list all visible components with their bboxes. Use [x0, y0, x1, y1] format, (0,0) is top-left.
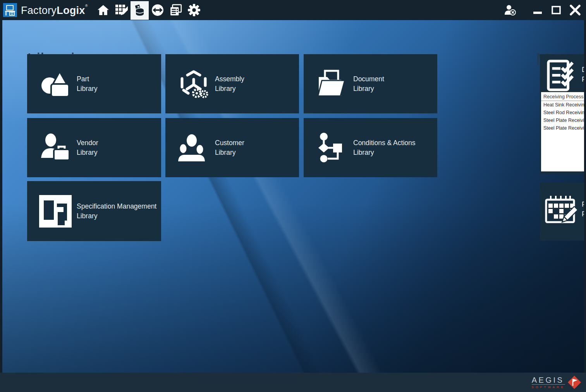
settings-gear-icon [187, 3, 201, 17]
reports-windows-icon [169, 3, 182, 17]
nav-home[interactable] [94, 0, 112, 20]
calendar-edit-icon [545, 193, 579, 228]
titlebar: FactoryLogix® [0, 0, 586, 20]
table-edit-icon [115, 3, 128, 17]
sync-arrows-icon [151, 3, 164, 17]
main-nav [94, 0, 203, 20]
tile-document-library[interactable]: DocumentLibrary [304, 54, 437, 113]
close-button[interactable] [567, 3, 584, 17]
flowchart-icon [316, 132, 348, 164]
minimize-icon [533, 5, 543, 15]
minimize-button[interactable] [529, 3, 546, 17]
list-item[interactable]: Steel Plate Receiving Process [541, 124, 584, 132]
aegis-diamond-icon [567, 375, 582, 390]
tile-conditions-actions-library[interactable]: Conditions & ActionsLibrary [304, 118, 437, 177]
tile-label: PartLibrary [77, 74, 98, 94]
nav-sync[interactable] [149, 0, 167, 20]
factorylogix-logo [3, 3, 17, 17]
assembly-cube-icon [177, 68, 210, 100]
vendor-person-icon [39, 132, 72, 164]
shapes-icon [39, 68, 72, 100]
tile-assembly-library[interactable]: AssemblyLibrary [165, 54, 299, 113]
tile-receiving-processes[interactable]: D P Receiving Process Heat Sink Receivin… [540, 54, 584, 174]
home-icon [97, 4, 110, 17]
tile-label: DocumentLibrary [353, 74, 384, 94]
document-folder-icon [316, 68, 348, 100]
maximize-icon [551, 5, 561, 15]
nav-reports[interactable] [167, 0, 185, 20]
footer-bar: AEGIS SOFTWARE [0, 373, 586, 392]
aegis-logo: AEGIS SOFTWARE [532, 375, 582, 390]
list-item[interactable]: Steel Rod Receiving Process [541, 109, 584, 116]
close-icon [569, 4, 581, 16]
tile-label-clipped: F F [582, 200, 584, 219]
tile-vendor-library[interactable]: VendorLibrary [27, 118, 161, 177]
tile-label: AssemblyLibrary [215, 74, 244, 94]
customers-people-icon [177, 132, 210, 164]
tile-label: Specification ManagementLibrary [77, 202, 156, 221]
nav-table-edit[interactable] [112, 0, 131, 20]
tile-planning[interactable]: F F [540, 183, 584, 241]
maximize-button[interactable] [548, 3, 564, 17]
titlebar-right [502, 2, 586, 19]
tile-specification-management-library[interactable]: Specification ManagementLibrary [27, 181, 161, 241]
checklist-icon [545, 59, 577, 92]
logoff-button[interactable] [502, 2, 519, 19]
list-item[interactable]: Heat Sink Receiving Process [541, 101, 584, 109]
tile-part-library[interactable]: PartLibrary [27, 54, 161, 113]
nav-settings[interactable] [185, 0, 203, 20]
app-title: FactoryLogix® [21, 4, 88, 17]
nav-libraries[interactable] [131, 1, 149, 20]
list-column-header[interactable]: Receiving Process [541, 92, 584, 101]
main-content: Libraries Materials PartLibrary [2, 20, 584, 373]
receiving-process-list: Receiving Process Heat Sink Receiving Pr… [541, 92, 584, 171]
tile-label-clipped: D P [582, 65, 584, 84]
tile-label: CustomerLibrary [215, 138, 244, 157]
aegis-logo-text: AEGIS SOFTWARE [532, 376, 565, 389]
list-item[interactable]: Steel Plate Receiving Process [541, 116, 584, 124]
tile-label: Conditions & ActionsLibrary [353, 138, 416, 157]
tile-customer-library[interactable]: CustomerLibrary [165, 118, 299, 177]
tile-label: VendorLibrary [77, 138, 98, 157]
user-x-icon [504, 4, 516, 16]
library-data-icon [133, 4, 146, 17]
desk-icon [4, 4, 16, 16]
spec-docs-icon [39, 195, 72, 228]
